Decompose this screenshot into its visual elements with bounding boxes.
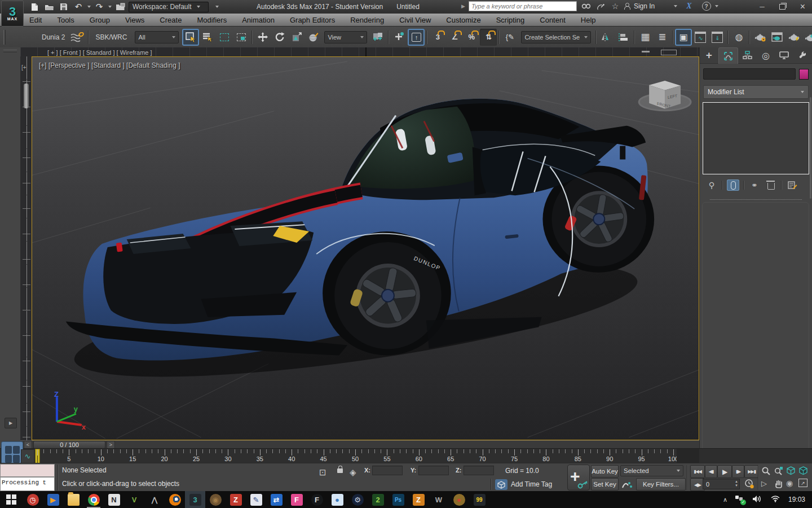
undo-history-caret[interactable] bbox=[87, 6, 91, 8]
select-and-rotate-button[interactable] bbox=[271, 29, 288, 46]
object-color-swatch[interactable] bbox=[799, 69, 809, 80]
sign-in-caret[interactable] bbox=[674, 5, 677, 7]
viewcube-cube[interactable]: FRONT LEFT bbox=[649, 81, 681, 109]
menu-tools[interactable]: Tools bbox=[57, 16, 74, 24]
zoom-icon[interactable] bbox=[761, 466, 771, 478]
clock[interactable]: 19:03 bbox=[788, 496, 805, 503]
play-button[interactable]: ▶ bbox=[717, 465, 732, 478]
splitter-handle[interactable] bbox=[642, 51, 650, 52]
select-object-button[interactable] bbox=[182, 29, 199, 46]
taskbar-notepad[interactable]: N bbox=[104, 491, 124, 508]
next-frame-button[interactable]: ▮▶ bbox=[732, 465, 744, 478]
time-slider-handle[interactable]: 0 / 100 bbox=[33, 441, 105, 449]
taskbar-alarm-app[interactable]: ◷ bbox=[23, 491, 43, 508]
taskbar-coin-app[interactable]: ◉ bbox=[205, 491, 226, 508]
help-icon[interactable]: ? bbox=[702, 2, 711, 11]
time-configuration-icon[interactable] bbox=[744, 479, 754, 491]
menu-customize[interactable]: Customize bbox=[446, 16, 480, 24]
car-model[interactable]: DUNLOP bbox=[66, 99, 654, 361]
front-viewport-label[interactable]: [ + ] [ Front ] [ Standard ] [ Wireframe… bbox=[47, 49, 152, 56]
mini-curve-editor-button[interactable]: ∿ bbox=[21, 449, 34, 463]
help-caret[interactable] bbox=[715, 5, 718, 7]
reference-coordinate-dropdown[interactable]: View bbox=[324, 31, 367, 43]
configure-modifier-sets-button[interactable] bbox=[786, 179, 798, 191]
angle-snap-button[interactable]: ∠ bbox=[446, 29, 463, 46]
show-end-result-button[interactable] bbox=[727, 179, 739, 191]
maximize-viewport-toggle[interactable]: ↗ bbox=[798, 479, 807, 487]
panel-scrollbar[interactable] bbox=[810, 97, 811, 199]
taskbar-media-player[interactable]: ▶ bbox=[43, 491, 63, 508]
pin-stack-button[interactable]: ⚲ bbox=[705, 179, 718, 191]
named-selection-set-dropdown[interactable]: Create Selection Se bbox=[521, 31, 591, 43]
field-of-view-icon[interactable]: ▷ bbox=[761, 479, 767, 488]
project-folder-button[interactable] bbox=[114, 2, 126, 12]
sync-status-icon[interactable]: ✓ bbox=[735, 496, 744, 503]
viewport-label[interactable]: [+] [Perspective ] [Standard ] [Default … bbox=[39, 62, 180, 69]
taskbar-chrome[interactable] bbox=[83, 491, 104, 508]
wifi-icon[interactable] bbox=[770, 495, 780, 504]
splitter-handle[interactable] bbox=[661, 50, 677, 55]
scene-explorer-button[interactable]: ≣ bbox=[654, 29, 670, 46]
taskbar-v-app[interactable]: V bbox=[124, 491, 144, 508]
redo-button[interactable]: ↷ bbox=[93, 2, 105, 12]
redo-history-caret[interactable] bbox=[108, 6, 112, 8]
curve-editor-button[interactable]: ∿ bbox=[692, 29, 709, 46]
orbit-icon[interactable]: ◉ bbox=[786, 479, 793, 488]
taskbar-forza-black[interactable]: F bbox=[307, 491, 327, 508]
previous-frame-arrow[interactable]: < bbox=[24, 441, 32, 449]
communication-center-icon[interactable] bbox=[595, 1, 606, 11]
volume-icon[interactable] bbox=[752, 495, 762, 505]
taskbar-forza-pink[interactable]: F bbox=[286, 491, 307, 508]
z-coordinate-field[interactable] bbox=[464, 466, 494, 475]
select-and-link-button[interactable] bbox=[69, 29, 86, 46]
taskbar-teamviewer[interactable]: ⇄ bbox=[266, 491, 286, 508]
taskbar-palette-app[interactable]: ● bbox=[449, 491, 469, 508]
modifier-stack[interactable] bbox=[703, 102, 809, 174]
taskbar-filezilla[interactable]: Z bbox=[226, 491, 246, 508]
workspace-dropdown[interactable]: Workspace: Default bbox=[129, 2, 209, 12]
snap-toggle-3d-button[interactable]: 3 bbox=[429, 29, 446, 46]
exchange-apps-icon[interactable]: X bbox=[686, 2, 691, 11]
object-name-field[interactable] bbox=[703, 68, 796, 80]
tab-hierarchy[interactable] bbox=[738, 47, 757, 63]
select-and-move-button[interactable] bbox=[254, 29, 271, 46]
front-viewport-sliver[interactable]: [ + ] [ Front ] [ Standard ] [ Wireframe… bbox=[20, 47, 699, 56]
key-filters-button[interactable]: Key Filters... bbox=[636, 478, 686, 491]
tray-chevron-icon[interactable]: ∧ bbox=[723, 496, 727, 503]
remove-modifier-button[interactable] bbox=[765, 179, 777, 191]
zoom-extents-all-icon[interactable] bbox=[798, 466, 808, 477]
taskbar-zbrush[interactable]: Z bbox=[408, 491, 429, 508]
use-pivot-center-button[interactable] bbox=[369, 29, 386, 46]
modifier-list-dropdown[interactable]: Modifier List bbox=[703, 85, 809, 99]
rendered-frame-window-button[interactable] bbox=[769, 29, 785, 46]
window-crossing-button[interactable] bbox=[233, 29, 250, 46]
x-coordinate-field[interactable] bbox=[372, 466, 403, 475]
y-coordinate-field[interactable] bbox=[418, 466, 449, 475]
render-production-button[interactable] bbox=[785, 29, 802, 46]
material-editor-button[interactable]: ◍ bbox=[730, 29, 747, 46]
previous-frame-button[interactable]: ◀▮ bbox=[705, 465, 717, 478]
taskbar-paint-app[interactable]: ✎ bbox=[246, 491, 266, 508]
next-frame-arrow[interactable]: > bbox=[107, 441, 115, 449]
menu-scripting[interactable]: Scripting bbox=[496, 16, 525, 24]
taskbar-wishbone-app[interactable]: ⋀ bbox=[144, 491, 165, 508]
tab-bar-grip[interactable] bbox=[3, 50, 17, 52]
perspective-viewport[interactable]: [+] [Perspective ] [Standard ] [Default … bbox=[32, 56, 699, 440]
make-unique-button[interactable]: ⚭ bbox=[748, 179, 761, 191]
go-to-start-button[interactable]: ▮◀◀ bbox=[690, 465, 705, 478]
zoom-extents-icon[interactable] bbox=[786, 466, 796, 477]
menu-content[interactable]: Content bbox=[540, 16, 566, 24]
layout-tab-flyout-button[interactable]: ▶ bbox=[5, 418, 17, 428]
start-button[interactable] bbox=[0, 491, 23, 508]
track-bar-ruler[interactable]: 5101520253035404550556065707580859095100 bbox=[34, 449, 677, 463]
taskbar-fps-app[interactable]: 99 bbox=[469, 491, 489, 508]
mirror-button[interactable] bbox=[598, 29, 615, 46]
taskbar-w-app[interactable]: W bbox=[429, 491, 449, 508]
render-setup-button[interactable] bbox=[752, 29, 769, 46]
edit-named-selection-sets-button[interactable]: {✎ bbox=[501, 29, 518, 46]
maxscript-mini-listener-input[interactable]: Processing t bbox=[0, 477, 55, 491]
render-in-cloud-button[interactable] bbox=[802, 29, 812, 46]
save-file-button[interactable] bbox=[58, 2, 70, 12]
tab-display[interactable] bbox=[775, 47, 793, 63]
toggle-ribbon-button[interactable]: ▣ bbox=[675, 29, 692, 46]
